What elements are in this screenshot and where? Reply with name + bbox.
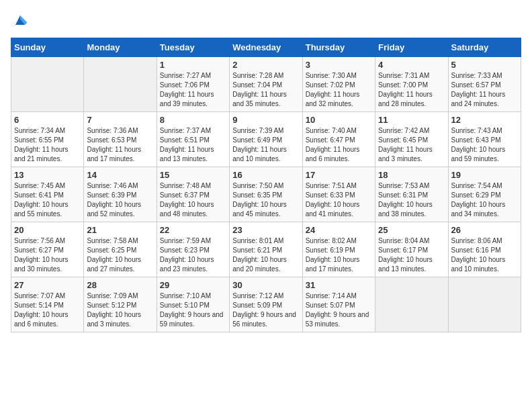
sunset-text: Sunset: 6:41 PM	[14, 191, 64, 199]
calendar-cell: 13Sunrise: 7:45 AMSunset: 6:41 PMDayligh…	[11, 167, 84, 222]
weekday-header: Sunday	[11, 38, 84, 57]
cell-info: Sunrise: 7:27 AMSunset: 7:06 PMDaylight:…	[160, 71, 226, 109]
sunset-text: Sunset: 6:57 PM	[451, 81, 501, 89]
calendar-cell: 1Sunrise: 7:27 AMSunset: 7:06 PMDaylight…	[157, 57, 229, 112]
cell-info: Sunrise: 7:56 AMSunset: 6:27 PMDaylight:…	[14, 236, 81, 274]
sunrise-text: Sunrise: 8:01 AM	[232, 237, 283, 244]
cell-info: Sunrise: 7:09 AMSunset: 5:12 PMDaylight:…	[87, 291, 153, 329]
cell-info: Sunrise: 7:51 AMSunset: 6:33 PMDaylight:…	[306, 181, 372, 219]
day-number: 6	[14, 115, 81, 125]
sunset-text: Sunset: 6:55 PM	[14, 136, 64, 144]
daylight-text: Daylight: 10 hours and 48 minutes.	[160, 201, 214, 218]
daylight-text: Daylight: 10 hours and 20 minutes.	[232, 256, 287, 273]
daylight-text: Daylight: 10 hours and 52 minutes.	[87, 201, 141, 218]
daylight-text: Daylight: 10 hours and 6 minutes.	[14, 311, 69, 328]
cell-info: Sunrise: 7:14 AMSunset: 5:07 PMDaylight:…	[306, 291, 372, 329]
calendar-cell: 6Sunrise: 7:34 AMSunset: 6:55 PMDaylight…	[11, 112, 84, 167]
day-number: 4	[378, 60, 445, 70]
calendar-cell: 17Sunrise: 7:51 AMSunset: 6:33 PMDayligh…	[302, 167, 375, 222]
cell-info: Sunrise: 7:59 AMSunset: 6:23 PMDaylight:…	[160, 236, 226, 274]
daylight-text: Daylight: 10 hours and 34 minutes.	[451, 201, 506, 218]
day-number: 24	[306, 225, 372, 235]
calendar-week-row: 6Sunrise: 7:34 AMSunset: 6:55 PMDaylight…	[11, 112, 521, 167]
calendar-cell	[375, 277, 448, 332]
sunset-text: Sunset: 5:10 PM	[160, 302, 210, 309]
weekday-header: Friday	[375, 38, 448, 57]
daylight-text: Daylight: 10 hours and 45 minutes.	[232, 201, 287, 218]
calendar-cell: 25Sunrise: 8:04 AMSunset: 6:17 PMDayligh…	[375, 222, 448, 277]
sunset-text: Sunset: 6:21 PM	[232, 246, 282, 254]
sunset-text: Sunset: 6:47 PM	[306, 136, 355, 144]
sunrise-text: Sunrise: 7:28 AM	[232, 72, 283, 79]
calendar-cell	[11, 57, 84, 112]
cell-info: Sunrise: 7:58 AMSunset: 6:25 PMDaylight:…	[87, 236, 153, 274]
day-number: 9	[232, 115, 299, 125]
daylight-text: Daylight: 11 hours and 35 minutes.	[232, 91, 287, 107]
cell-info: Sunrise: 7:42 AMSunset: 6:45 PMDaylight:…	[378, 126, 445, 164]
daylight-text: Daylight: 11 hours and 32 minutes.	[306, 91, 360, 107]
cell-info: Sunrise: 7:53 AMSunset: 6:31 PMDaylight:…	[378, 181, 445, 219]
calendar-cell: 22Sunrise: 7:59 AMSunset: 6:23 PMDayligh…	[157, 222, 229, 277]
calendar-cell: 9Sunrise: 7:39 AMSunset: 6:49 PMDaylight…	[230, 112, 302, 167]
sunset-text: Sunset: 6:51 PM	[160, 136, 210, 144]
calendar-cell: 23Sunrise: 8:01 AMSunset: 6:21 PMDayligh…	[230, 222, 302, 277]
day-number: 13	[14, 170, 81, 180]
sunset-text: Sunset: 6:17 PM	[378, 246, 428, 254]
daylight-text: Daylight: 11 hours and 10 minutes.	[232, 146, 287, 163]
daylight-text: Daylight: 10 hours and 23 minutes.	[160, 256, 214, 273]
day-number: 20	[14, 225, 81, 235]
cell-info: Sunrise: 7:46 AMSunset: 6:39 PMDaylight:…	[87, 181, 153, 219]
sunrise-text: Sunrise: 7:40 AM	[306, 127, 357, 134]
sunset-text: Sunset: 6:29 PM	[451, 191, 501, 199]
sunrise-text: Sunrise: 7:14 AM	[306, 292, 357, 300]
day-number: 25	[378, 225, 445, 235]
day-number: 2	[232, 60, 299, 70]
daylight-text: Daylight: 11 hours and 17 minutes.	[87, 146, 141, 163]
sunrise-text: Sunrise: 7:36 AM	[87, 127, 138, 134]
calendar-cell	[84, 57, 157, 112]
calendar-cell: 30Sunrise: 7:12 AMSunset: 5:09 PMDayligh…	[230, 277, 302, 332]
calendar-cell: 20Sunrise: 7:56 AMSunset: 6:27 PMDayligh…	[11, 222, 84, 277]
cell-info: Sunrise: 7:50 AMSunset: 6:35 PMDaylight:…	[232, 181, 299, 219]
day-number: 30	[232, 280, 299, 290]
daylight-text: Daylight: 10 hours and 17 minutes.	[306, 256, 360, 273]
day-number: 3	[306, 60, 372, 70]
day-number: 14	[87, 170, 153, 180]
sunrise-text: Sunrise: 7:42 AM	[378, 127, 429, 134]
day-number: 16	[232, 170, 299, 180]
day-number: 22	[160, 225, 226, 235]
calendar-cell: 8Sunrise: 7:37 AMSunset: 6:51 PMDaylight…	[157, 112, 229, 167]
cell-info: Sunrise: 7:34 AMSunset: 6:55 PMDaylight:…	[14, 126, 81, 164]
daylight-text: Daylight: 10 hours and 41 minutes.	[306, 201, 360, 218]
daylight-text: Daylight: 11 hours and 24 minutes.	[451, 91, 506, 107]
calendar-cell: 29Sunrise: 7:10 AMSunset: 5:10 PMDayligh…	[157, 277, 229, 332]
sunrise-text: Sunrise: 7:12 AM	[232, 292, 283, 300]
day-number: 21	[87, 225, 153, 235]
cell-info: Sunrise: 7:33 AMSunset: 6:57 PMDaylight:…	[451, 71, 518, 109]
weekday-header: Saturday	[448, 38, 521, 57]
daylight-text: Daylight: 10 hours and 27 minutes.	[87, 256, 141, 273]
sunrise-text: Sunrise: 7:07 AM	[14, 292, 65, 300]
sunrise-text: Sunrise: 7:09 AM	[87, 292, 138, 300]
cell-info: Sunrise: 7:39 AMSunset: 6:49 PMDaylight:…	[232, 126, 299, 164]
sunrise-text: Sunrise: 7:53 AM	[378, 182, 429, 189]
calendar-cell: 3Sunrise: 7:30 AMSunset: 7:02 PMDaylight…	[302, 57, 375, 112]
sunset-text: Sunset: 6:27 PM	[14, 246, 64, 254]
cell-info: Sunrise: 7:40 AMSunset: 6:47 PMDaylight:…	[306, 126, 372, 164]
sunset-text: Sunset: 6:37 PM	[160, 191, 210, 199]
daylight-text: Daylight: 10 hours and 59 minutes.	[451, 146, 506, 163]
logo-icon	[11, 11, 30, 30]
calendar-cell: 18Sunrise: 7:53 AMSunset: 6:31 PMDayligh…	[375, 167, 448, 222]
sunrise-text: Sunrise: 7:37 AM	[160, 127, 211, 134]
sunset-text: Sunset: 6:39 PM	[87, 191, 136, 199]
cell-info: Sunrise: 8:04 AMSunset: 6:17 PMDaylight:…	[378, 236, 445, 274]
day-number: 7	[87, 115, 153, 125]
sunset-text: Sunset: 6:25 PM	[87, 246, 136, 254]
cell-info: Sunrise: 8:02 AMSunset: 6:19 PMDaylight:…	[306, 236, 372, 274]
calendar-cell: 5Sunrise: 7:33 AMSunset: 6:57 PMDaylight…	[448, 57, 521, 112]
calendar-cell: 24Sunrise: 8:02 AMSunset: 6:19 PMDayligh…	[302, 222, 375, 277]
calendar-cell: 19Sunrise: 7:54 AMSunset: 6:29 PMDayligh…	[448, 167, 521, 222]
sunset-text: Sunset: 6:53 PM	[87, 136, 136, 144]
cell-info: Sunrise: 7:37 AMSunset: 6:51 PMDaylight:…	[160, 126, 226, 164]
daylight-text: Daylight: 10 hours and 3 minutes.	[87, 311, 141, 328]
